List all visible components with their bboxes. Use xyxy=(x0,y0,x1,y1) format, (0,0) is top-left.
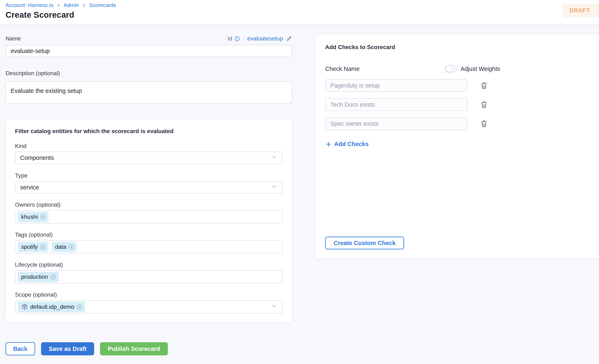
scope-chip-label: default.idp_demo xyxy=(30,304,74,310)
check-row: Tech Docs exists xyxy=(325,98,488,111)
tags-label: Tags (optional) xyxy=(15,232,283,238)
tag-chip: data xyxy=(52,242,77,252)
remove-icon[interactable] xyxy=(68,244,74,250)
check-input-value: Spec owner exists xyxy=(330,120,379,127)
checks-heading: Add Checks to Scorecard xyxy=(325,44,395,51)
adjust-weights-label: Adjust Weights xyxy=(460,65,500,72)
add-checks-label: Add Checks xyxy=(334,141,369,148)
chevron-down-icon xyxy=(271,303,277,311)
lifecycle-label: Lifecycle (optional) xyxy=(15,262,283,268)
breadcrumb: Account: Harness.io Admin Scorecards xyxy=(6,2,599,9)
check-row: Spec owner exists xyxy=(325,117,488,130)
type-select-value: service xyxy=(20,184,39,191)
status-badge: DRAFT xyxy=(563,4,599,17)
footer-actions: Back Save as Draft Publish Scorecard xyxy=(6,342,292,355)
remove-icon[interactable] xyxy=(40,214,46,220)
tag-chip-label: data xyxy=(55,244,66,250)
scorecard-form: Name Id : evaluatesetup Description (opt… xyxy=(6,25,292,355)
edit-icon[interactable] xyxy=(286,36,292,42)
kind-select[interactable]: Components xyxy=(15,151,283,164)
chevron-right-icon xyxy=(56,3,61,8)
kind-label: Kind xyxy=(15,143,283,149)
cube-icon xyxy=(21,303,28,311)
entity-id-value[interactable]: evaluatesetup xyxy=(247,35,283,42)
check-input-value: Tech Docs exists xyxy=(330,101,375,108)
adjust-weights-toggle[interactable] xyxy=(445,65,457,73)
remove-icon[interactable] xyxy=(40,244,46,250)
checks-panel: Add Checks to Scorecard Check Name Adjus… xyxy=(316,25,599,258)
owner-chip: khushi xyxy=(18,212,48,222)
info-icon[interactable] xyxy=(234,36,240,42)
kind-select-value: Components xyxy=(20,154,54,161)
main-content: Name Id : evaluatesetup Description (opt… xyxy=(0,25,599,355)
id-separator: : xyxy=(243,35,245,42)
plus-icon xyxy=(325,141,332,148)
chevron-right-icon xyxy=(81,3,86,8)
tag-chip: spotify xyxy=(18,242,48,252)
check-input-value: Pagerduty is setup xyxy=(330,82,380,89)
page-header: Account: Harness.io Admin Scorecards Cre… xyxy=(0,0,599,25)
breadcrumb-scorecards[interactable]: Scorecards xyxy=(89,2,116,9)
filter-heading: Filter catalog entities for which the sc… xyxy=(15,128,283,135)
toggle-knob xyxy=(446,66,452,72)
remove-icon[interactable] xyxy=(76,304,83,310)
check-input[interactable]: Spec owner exists xyxy=(325,117,468,130)
check-input[interactable]: Pagerduty is setup xyxy=(325,79,468,92)
lifecycle-chip: production xyxy=(18,272,59,282)
checks-card: Add Checks to Scorecard Check Name Adjus… xyxy=(316,35,599,258)
page-title: Create Scorecard xyxy=(6,10,599,19)
chevron-down-icon xyxy=(271,154,277,162)
create-custom-check-button[interactable]: Create Custom Check xyxy=(325,237,404,249)
breadcrumb-account[interactable]: Account: Harness.io xyxy=(6,2,53,9)
save-as-draft-button[interactable]: Save as Draft xyxy=(41,342,94,355)
tag-chip-label: spotify xyxy=(21,244,38,250)
scope-label: Scope (optional) xyxy=(15,292,283,298)
check-name-label: Check Name xyxy=(325,65,360,72)
filter-card: Filter catalog entities for which the sc… xyxy=(6,119,292,322)
entity-id-row: Id : evaluatesetup xyxy=(228,35,292,42)
name-input[interactable] xyxy=(6,45,292,57)
trash-icon[interactable] xyxy=(480,100,488,109)
lifecycle-chip-label: production xyxy=(21,274,48,280)
description-label: Description (optional) xyxy=(6,70,292,76)
check-name-row: Check Name Adjust Weights xyxy=(325,64,500,73)
tags-input[interactable]: spotify data xyxy=(15,240,283,253)
scope-chip: default.idp_demo xyxy=(18,302,85,312)
type-label: Type xyxy=(15,173,283,179)
publish-scorecard-button[interactable]: Publish Scorecard xyxy=(100,342,168,355)
chevron-down-icon xyxy=(271,184,277,191)
lifecycle-input[interactable]: production xyxy=(15,270,283,284)
back-button[interactable]: Back xyxy=(6,342,35,355)
name-label: Name xyxy=(6,36,21,42)
owner-chip-label: khushi xyxy=(21,214,38,220)
owners-input[interactable]: khushi xyxy=(15,210,283,223)
remove-icon[interactable] xyxy=(50,274,56,280)
owners-label: Owners (optional) xyxy=(15,202,283,208)
check-row: Pagerduty is setup xyxy=(325,79,488,92)
scope-select[interactable]: default.idp_demo xyxy=(15,300,283,313)
breadcrumb-admin[interactable]: Admin xyxy=(64,2,79,9)
id-label: Id xyxy=(228,35,232,42)
trash-icon[interactable] xyxy=(480,119,488,128)
check-input[interactable]: Tech Docs exists xyxy=(325,98,468,111)
add-checks-link[interactable]: Add Checks xyxy=(325,141,369,148)
type-select[interactable]: service xyxy=(15,181,283,194)
description-textarea[interactable] xyxy=(6,81,292,104)
trash-icon[interactable] xyxy=(480,81,488,90)
